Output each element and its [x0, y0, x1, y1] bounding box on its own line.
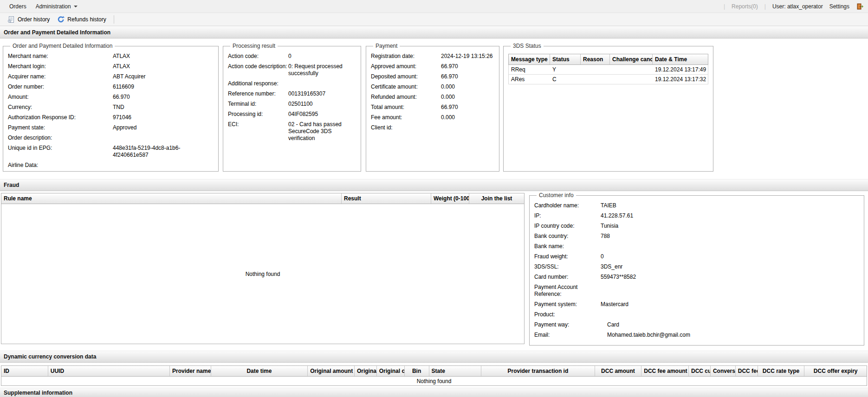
three-ds-table: Message type Status Reason Challenge can…	[508, 54, 708, 84]
column-header: Rule name	[1, 193, 342, 204]
menu-administration-label: Administration	[36, 3, 71, 10]
chevron-down-icon	[74, 6, 78, 7]
column-header: DCC rate type	[758, 366, 805, 376]
cell: RReq	[509, 65, 550, 74]
column-header: Provider name	[170, 366, 211, 376]
field-value	[601, 243, 859, 250]
field-label: Amount:	[8, 94, 113, 101]
empty-state-text: Nothing found	[246, 271, 280, 277]
column-header: Result	[342, 193, 431, 204]
field-value: ATLAX	[113, 53, 214, 60]
field-label: IP:	[534, 212, 601, 219]
three-ds-table-header: Message type Status Reason Challenge can…	[508, 54, 708, 65]
field-row: IP:41.228.57.61	[534, 212, 859, 219]
empty-state-text: Nothing found	[417, 378, 452, 384]
column-header: Original amount	[308, 366, 355, 376]
order-history-button[interactable]: Order history	[4, 14, 53, 25]
column-header: Reason	[581, 54, 610, 64]
field-row: Additional response:	[228, 80, 356, 87]
cell	[610, 75, 653, 84]
customer-info-legend: Customer info	[537, 192, 576, 198]
field-row: Authorization Response ID:971046	[8, 114, 214, 121]
field-value: ATLAX	[113, 63, 214, 70]
column-header: Challenge cancel	[610, 54, 653, 64]
cell: 19.12.2024 13:17:49	[653, 65, 708, 74]
menu-bar: Orders Administration | Reports(0) | Use…	[0, 0, 868, 13]
refunds-history-label: Refunds history	[67, 16, 106, 23]
field-value: 02501100	[288, 101, 356, 108]
column-header: Date & Time	[653, 54, 708, 64]
field-label: Client id:	[371, 124, 441, 131]
field-value: 3DS_enr	[601, 263, 859, 270]
field-label: Airline Data:	[8, 162, 113, 169]
field-row: Email:Mohamed.taieb.bchir@gmail.com	[534, 332, 859, 339]
column-header: Original c	[377, 366, 405, 376]
cell: Y	[550, 65, 581, 74]
table-row: ARes C 19.12.2024 13:17:32	[508, 75, 708, 84]
refunds-history-button[interactable]: Refunds history	[53, 14, 110, 25]
field-value: ABT Acquirer	[113, 73, 214, 80]
field-row: Order description:	[8, 134, 214, 141]
field-value: 0	[288, 53, 356, 60]
field-row: Merchant login:ATLAX	[8, 63, 214, 70]
field-label: Merchant login:	[8, 63, 113, 70]
page-title-text: Order and Payment Detailed Information	[4, 29, 110, 36]
field-label: ECI:	[228, 121, 288, 142]
field-row: Action code:0	[228, 53, 356, 60]
supplemental-section-title-text: Supplemental information	[4, 390, 72, 396]
field-row: Bank country:788	[534, 233, 859, 240]
menu-orders[interactable]: Orders	[5, 3, 31, 10]
menu-reports[interactable]: Reports(0)	[732, 3, 758, 10]
field-value: 6116609	[113, 83, 214, 90]
field-label: Additional response:	[228, 80, 288, 87]
field-value: Mastercard	[601, 301, 859, 308]
field-row: ECI:02 - Card has passed SecureCode 3DS …	[228, 121, 356, 142]
column-header: Status	[550, 54, 581, 64]
menu-administration[interactable]: Administration	[31, 3, 82, 10]
field-value: 0.000	[441, 94, 494, 101]
logout-icon[interactable]	[856, 3, 863, 10]
field-row: Deposited amount:66.970	[371, 73, 494, 80]
field-label: Authorization Response ID:	[8, 114, 113, 121]
field-label: Payment Account Reference:	[534, 284, 601, 298]
field-value: 0.000	[441, 83, 494, 90]
cell: 19.12.2024 13:17:32	[653, 75, 708, 84]
customer-info-group: Customer info Cardholder name:TAIEB IP:4…	[529, 192, 864, 346]
field-row: Bank name:	[534, 243, 859, 250]
order-detail-window: Orders Administration | Reports(0) | Use…	[0, 0, 868, 397]
order-history-label: Order history	[18, 16, 50, 23]
field-value	[441, 124, 494, 131]
field-value: 41.228.57.61	[601, 212, 859, 219]
field-label: Approved amount:	[371, 63, 441, 70]
field-label: Reference number:	[228, 90, 288, 97]
field-row: Terminal id:02501100	[228, 101, 356, 108]
field-row: Product:	[534, 311, 859, 318]
column-header: ID	[1, 366, 48, 376]
field-row: Payment way:Card	[534, 321, 859, 328]
menu-orders-label: Orders	[9, 3, 26, 10]
column-header: Join the list	[469, 193, 524, 204]
three-ds-status-group: 3DS Status Message type Status Reason Ch…	[503, 43, 713, 172]
field-row: 3DS/SSL:3DS_enr	[534, 263, 859, 270]
menubar-separator: |	[764, 3, 766, 10]
field-label: Payment state:	[8, 124, 113, 131]
field-label: Payment way:	[534, 321, 601, 328]
field-value: 66.970	[441, 63, 494, 70]
field-row: Payment system:Mastercard	[534, 301, 859, 308]
column-header: DCC fee amount	[641, 366, 689, 376]
field-row: IP country code:Tunisia	[534, 223, 859, 230]
field-value: 66.970	[441, 73, 494, 80]
menu-settings[interactable]: Settings	[829, 3, 849, 10]
column-header: Conversi	[711, 366, 736, 376]
field-label: Merchant name:	[8, 53, 113, 60]
table-row: RReq Y 19.12.2024 13:17:49	[508, 65, 708, 75]
order-info-legend: Order and Payment Detailed Information	[10, 43, 115, 49]
dcc-table-body: Nothing found	[1, 377, 867, 386]
field-label: Refunded amount:	[371, 94, 441, 101]
field-value: TND	[113, 104, 214, 111]
column-header: DCC amount	[595, 366, 642, 376]
field-label: Fee amount:	[371, 114, 441, 121]
current-user-label: User: atlax_operator	[772, 3, 823, 10]
fraud-table-header: Rule name Result Weight (0-100) Join the…	[1, 193, 525, 204]
field-value: 2024-12-19 13:15:26	[441, 53, 494, 60]
